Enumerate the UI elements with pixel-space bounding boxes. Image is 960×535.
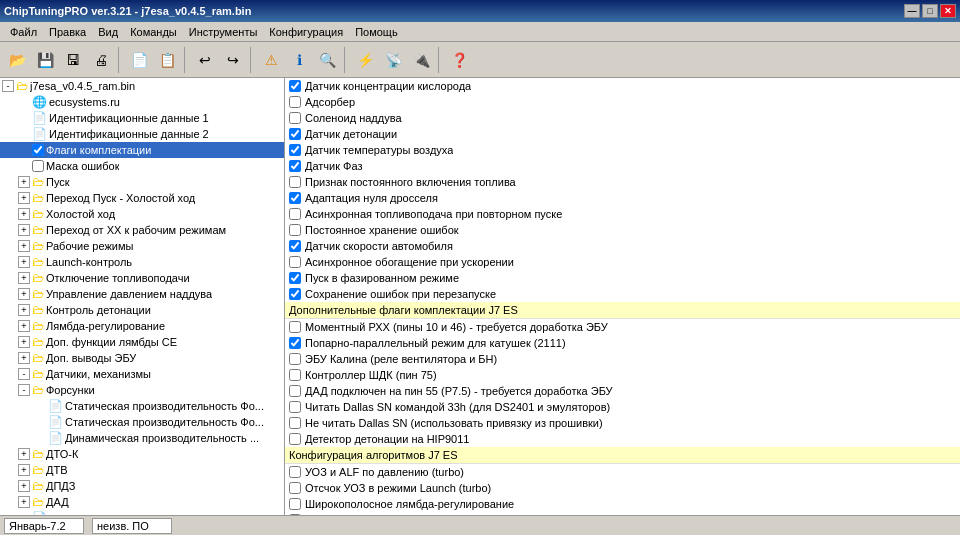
menu-edit[interactable]: Правка [43,24,92,40]
tree-item-rabochie[interactable]: + 🗁 Рабочие режимы [0,238,284,254]
checkbox-j7es-4[interactable] [289,385,301,397]
expand-dop-ce[interactable]: + [18,336,30,348]
toolbar-undo[interactable]: ↩ [192,47,218,73]
expand-launch[interactable]: + [18,256,30,268]
checkbox-5[interactable] [289,160,301,172]
toolbar-copy[interactable]: 📋 [154,47,180,73]
toolbar-help[interactable]: ❓ [446,47,472,73]
checkbox-alg-0[interactable] [289,466,301,478]
check-item-3[interactable]: Датчик детонации [285,126,960,142]
expand-kontrol[interactable]: + [18,304,30,316]
expand-davl[interactable]: + [18,288,30,300]
content-panel[interactable]: Датчик концентрации кислорода Адсорбер С… [285,78,960,515]
checkbox-j7es-5[interactable] [289,401,301,413]
check-item-alg-0[interactable]: УОЗ и ALF по давлению (turbo) [285,464,960,480]
checkbox-j7es-3[interactable] [289,369,301,381]
expand-pusk-xx[interactable]: + [18,192,30,204]
check-item-1[interactable]: Адсорбер [285,94,960,110]
checkbox-8[interactable] [289,208,301,220]
tree-item-ecusys[interactable]: 🌐 ecusystems.ru [0,94,284,110]
check-item-0[interactable]: Датчик концентрации кислорода [285,78,960,94]
menu-config[interactable]: Конфигурация [263,24,349,40]
check-item-alg-2[interactable]: Широкополосное лямбда-регулирование [285,496,960,512]
menu-file[interactable]: Файл [4,24,43,40]
check-item-alg-1[interactable]: Отсчок УОЗ в режими Launch (turbo) [285,480,960,496]
expand-dpdz[interactable]: + [18,480,30,492]
expand-pusk[interactable]: + [18,176,30,188]
tree-item-lambda[interactable]: + 🗁 Лямбда-регулирование [0,318,284,334]
expand-xolost[interactable]: + [18,208,30,220]
check-item-j7es-6[interactable]: Не читать Dallas SN (использовать привяз… [285,415,960,431]
tree-item-ident1[interactable]: 📄 Идентификационные данные 1 [0,110,284,126]
toolbar-warn[interactable]: ⚠ [258,47,284,73]
check-item-5[interactable]: Датчик Фаз [285,158,960,174]
checkbox-13[interactable] [289,288,301,300]
toolbar-info[interactable]: ℹ [286,47,312,73]
checkbox-10[interactable] [289,240,301,252]
tree-panel[interactable]: - 🗁 j7esa_v0.4.5_ram.bin 🌐 ecusystems.ru… [0,78,285,515]
tree-item-ident2[interactable]: 📄 Идентификационные данные 2 [0,126,284,142]
tree-item-stat1[interactable]: 📄 Статическая производительность Фо... [0,398,284,414]
toolbar-new[interactable]: 📄 [126,47,152,73]
checkbox-1[interactable] [289,96,301,108]
checkbox-mask[interactable] [32,160,44,172]
tree-item-pusk[interactable]: + 🗁 Пуск [0,174,284,190]
expand-forsunki[interactable]: - [18,384,30,396]
checkbox-9[interactable] [289,224,301,236]
tree-item-otkl[interactable]: + 🗁 Отключение топливоподачи [0,270,284,286]
toolbar-redo[interactable]: ↪ [220,47,246,73]
expand-rabochie[interactable]: + [18,240,30,252]
tree-item-root[interactable]: - 🗁 j7esa_v0.4.5_ram.bin [0,78,284,94]
toolbar-search[interactable]: 🔍 [314,47,340,73]
toolbar-save[interactable]: 💾 [32,47,58,73]
check-item-10[interactable]: Датчик скорости автомобиля [285,238,960,254]
tree-item-flags[interactable]: Флаги комплектации [0,142,284,158]
expand-datch[interactable]: - [18,368,30,380]
tree-item-datch[interactable]: - 🗁 Датчики, механизмы [0,366,284,382]
check-item-9[interactable]: Постоянное хранение ошибок [285,222,960,238]
checkbox-alg-1[interactable] [289,482,301,494]
expand-dtok[interactable]: + [18,448,30,460]
close-button[interactable]: ✕ [940,4,956,18]
tree-item-dtv[interactable]: + 🗁 ДТВ [0,462,284,478]
tree-item-xolost[interactable]: + 🗁 Холостой ход [0,206,284,222]
checkbox-j7es-0[interactable] [289,321,301,333]
tree-item-stat2[interactable]: 📄 Статическая производительность Фо... [0,414,284,430]
expand-lambda[interactable]: + [18,320,30,332]
tree-item-kontrol[interactable]: + 🗁 Контроль детонации [0,302,284,318]
expand-dtv[interactable]: + [18,464,30,476]
check-item-j7es-5[interactable]: Читать Dallas SN командой 33h (для DS240… [285,399,960,415]
menu-help[interactable]: Помощь [349,24,404,40]
checkbox-j7es-1[interactable] [289,337,301,349]
expand-dop-ebu[interactable]: + [18,352,30,364]
tree-item-dtok[interactable]: + 🗁 ДТО-К [0,446,284,462]
check-item-11[interactable]: Асинхронное обогащение при ускорении [285,254,960,270]
tree-item-din[interactable]: 📄 Динамическая производительность ... [0,430,284,446]
check-item-4[interactable]: Датчик температуры воздуха [285,142,960,158]
tree-item-perekhod[interactable]: + 🗁 Переход от ХХ к рабочим режимам [0,222,284,238]
checkbox-12[interactable] [289,272,301,284]
expand-perekhod[interactable]: + [18,224,30,236]
check-item-8[interactable]: Асинхронная топливоподача при повторном … [285,206,960,222]
check-item-j7es-4[interactable]: ДАД подключен на пин 55 (Р7.5) - требует… [285,383,960,399]
checkbox-0[interactable] [289,80,301,92]
tree-item-pusk-xx[interactable]: + 🗁 Переход Пуск - Холостой ход [0,190,284,206]
tree-item-bottom[interactable]: 📄 ... [0,510,284,515]
check-item-j7es-1[interactable]: Попарно-параллельный режим для катушек (… [285,335,960,351]
toolbar-save2[interactable]: 🖫 [60,47,86,73]
tree-item-dad[interactable]: + 🗁 ДАД [0,494,284,510]
expand-dad[interactable]: + [18,496,30,508]
check-item-alg-3[interactable]: Не экстраполировать результат работы лям… [285,512,960,515]
checkbox-3[interactable] [289,128,301,140]
check-item-7[interactable]: Адаптация нуля дросселя [285,190,960,206]
check-item-2[interactable]: Соленоид наддува [285,110,960,126]
check-item-13[interactable]: Сохранение ошибок при перезапуске [285,286,960,302]
check-item-12[interactable]: Пуск в фазированном режиме [285,270,960,286]
toolbar-connect[interactable]: 📡 [380,47,406,73]
tree-item-dpdz[interactable]: + 🗁 ДПДЗ [0,478,284,494]
check-item-j7es-7[interactable]: Детектор детонации на HIP9011 [285,431,960,447]
tree-item-davl[interactable]: + 🗁 Управление давлением наддува [0,286,284,302]
checkbox-j7es-7[interactable] [289,433,301,445]
menu-commands[interactable]: Команды [124,24,183,40]
checkbox-4[interactable] [289,144,301,156]
